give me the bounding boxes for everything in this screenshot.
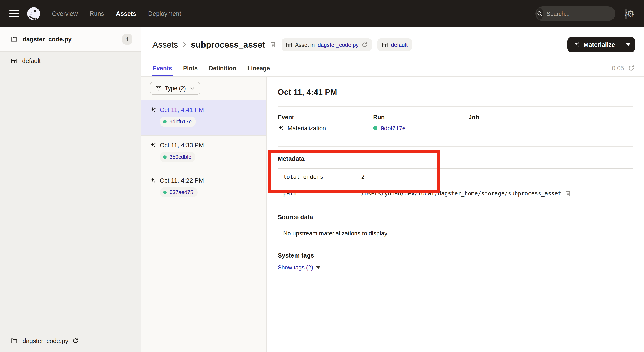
type-filter-button[interactable]: Type (2) (150, 82, 200, 95)
group-table-icon (382, 41, 388, 48)
main-area: Assets subprocess_asset Asset in dagster… (142, 27, 644, 352)
run-id-link: 637aed75 (170, 189, 193, 195)
nav-deployment[interactable]: Deployment (148, 10, 181, 17)
metadata-value-cell: /Users/yuhan/dev/local/dagster_home/stor… (356, 185, 620, 202)
source-data-empty-message: No upstream materializations to display. (283, 230, 388, 236)
job-column: Job — (468, 114, 479, 131)
sidebar-item-default-group[interactable]: default (0, 51, 141, 69)
sidebar-item-code-location[interactable]: dagster_code.py 1 (0, 27, 141, 51)
event-list-item[interactable]: Oct 11, 4:41 PM 9dbf617e (142, 100, 266, 136)
divider (278, 146, 633, 147)
metadata-table: total_orders 2 path /Users/yuhan/dev/loc… (278, 168, 633, 202)
page-header: Assets subprocess_asset Asset in dagster… (142, 27, 644, 60)
show-tags-toggle[interactable]: Show tags (2) (278, 264, 320, 271)
asset-table-icon (286, 41, 292, 48)
nav-runs[interactable]: Runs (90, 10, 104, 17)
tab-lineage[interactable]: Lineage (247, 60, 270, 76)
run-id-pill[interactable]: 637aed75 (160, 187, 198, 198)
sparkle-icon (573, 41, 580, 48)
tab-definition[interactable]: Definition (209, 60, 236, 76)
tab-plots[interactable]: Plots (183, 60, 198, 76)
metadata-actions-cell (620, 169, 633, 185)
materialization-sparkle-icon (150, 107, 156, 113)
sidebar-default-group-label: default (22, 57, 41, 64)
caret-down-icon (316, 266, 320, 269)
nav-assets[interactable]: Assets (116, 10, 136, 17)
run-id-link: 359cdbfc (170, 154, 191, 160)
app-window: Overview Runs Assets Deployment / ⚙ dag (0, 0, 644, 352)
materialize-button[interactable]: Materialize (567, 37, 621, 52)
materialize-dropdown-button[interactable] (622, 37, 635, 52)
page-title: subprocess_asset (191, 40, 265, 49)
event-timestamp: Oct 11, 4:33 PM (160, 142, 204, 149)
nav-overview[interactable]: Overview (52, 10, 78, 17)
sidebar: dagster_code.py 1 default dagster_code.p… (0, 27, 142, 352)
event-detail-panel: Oct 11, 4:41 PM Event Materialization (267, 77, 644, 352)
path-link[interactable]: /Users/yuhan/dev/local/dagster_home/stor… (361, 190, 561, 197)
asset-location-badge: Asset in dagster_code.py (281, 38, 372, 51)
sidebar-footer-label: dagster_code.py (22, 337, 68, 344)
event-summary-columns: Event Materialization Run (278, 114, 633, 131)
metadata-heading: Metadata (278, 155, 633, 162)
top-nav-right: / ⚙ (536, 6, 635, 21)
dagster-logo-icon[interactable] (26, 6, 41, 21)
asset-group-icon (11, 58, 17, 64)
search-bar[interactable]: / (536, 6, 616, 21)
job-column-label: Job (468, 114, 479, 120)
tab-events[interactable]: Events (152, 60, 172, 76)
event-list-item[interactable]: Oct 11, 4:33 PM 359cdbfc (142, 136, 266, 171)
search-input[interactable] (543, 10, 625, 17)
chevron-right-icon (182, 42, 186, 48)
run-status-dot (163, 155, 166, 159)
run-id-pill[interactable]: 359cdbfc (160, 152, 195, 162)
materialize-split-button: Materialize (567, 37, 635, 52)
event-column: Event Materialization (278, 114, 373, 131)
reload-code-location-icon[interactable] (72, 338, 79, 344)
asset-in-text: Asset in (295, 41, 315, 48)
job-value: — (468, 125, 474, 131)
event-timestamp: Oct 11, 4:22 PM (160, 177, 204, 184)
primary-nav: Overview Runs Assets Deployment (52, 10, 181, 17)
breadcrumb: Assets subprocess_asset Asset in dagster… (152, 38, 412, 51)
run-id-link[interactable]: 9dbf617e (381, 125, 406, 131)
event-list-item[interactable]: Oct 11, 4:22 PM 637aed75 (142, 171, 266, 206)
materialize-label: Materialize (584, 41, 615, 48)
type-filter-label: Type (2) (165, 85, 186, 91)
materialization-sparkle-icon (150, 177, 156, 184)
hamburger-menu-icon[interactable] (9, 10, 19, 17)
refresh-countdown: 0:05 (612, 64, 624, 71)
run-id-pill[interactable]: 9dbf617e (160, 117, 196, 127)
source-data-heading: Source data (278, 214, 633, 221)
refresh-timer: 0:05 (612, 64, 635, 71)
run-status-dot (163, 120, 166, 123)
event-timestamp: Oct 11, 4:41 PM (160, 106, 204, 113)
top-nav: Overview Runs Assets Deployment / ⚙ (0, 0, 644, 27)
copy-path-icon[interactable] (564, 190, 571, 197)
run-column: Run 9dbf617e (373, 114, 468, 131)
metadata-actions-cell (620, 185, 633, 202)
asset-count-badge: 1 (122, 34, 132, 44)
event-column-label: Event (278, 114, 373, 120)
events-content: Type (2) Oct 11, 4:41 PM (142, 77, 644, 352)
materialization-sparkle-icon (278, 125, 284, 131)
gear-icon[interactable]: ⚙ (626, 9, 635, 18)
app-body: dagster_code.py 1 default dagster_code.p… (0, 27, 644, 352)
metadata-key: total_orders (278, 169, 356, 185)
metadata-key: path (278, 185, 356, 202)
run-column-label: Run (373, 114, 468, 120)
asset-group-badge: default (377, 38, 412, 51)
refresh-icon[interactable] (362, 42, 368, 48)
run-status-dot (163, 191, 166, 194)
asset-tabs: Events Plots Definition Lineage 0:05 (142, 60, 644, 77)
run-status-dot (373, 126, 377, 130)
code-location-link[interactable]: dagster_code.py (318, 41, 359, 48)
refresh-icon[interactable] (628, 64, 635, 71)
divider (278, 106, 633, 107)
group-link[interactable]: default (391, 41, 408, 48)
sidebar-footer-code-location[interactable]: dagster_code.py (0, 329, 141, 352)
caret-down-icon (626, 43, 630, 46)
breadcrumb-assets-link[interactable]: Assets (152, 40, 178, 49)
filter-funnel-icon (156, 85, 162, 91)
search-shortcut-badge: / (625, 8, 627, 19)
copy-asset-name-icon[interactable] (270, 41, 276, 48)
